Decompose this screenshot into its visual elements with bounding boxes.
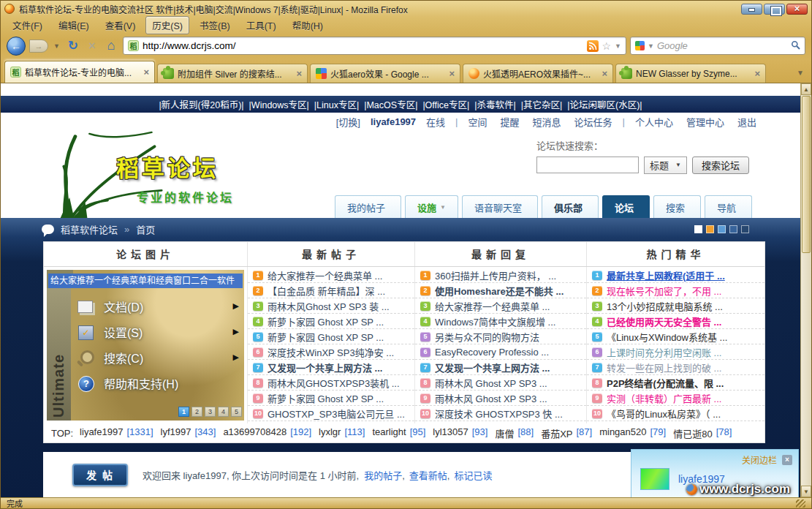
reply-list-item[interactable]: 6 EasyRecovery Professio ... <box>415 344 586 360</box>
browser-tab[interactable]: NEW Glasser by Szyme... × <box>615 64 766 83</box>
userbar-link[interactable]: 退出 <box>737 115 756 129</box>
welcome-link[interactable]: 查看新帖 <box>409 468 450 482</box>
tab-close-icon[interactable]: × <box>602 69 607 78</box>
minimize-button[interactable] <box>741 4 762 15</box>
tab-close-icon[interactable]: × <box>449 69 455 78</box>
digest-list-item[interactable]: 6 上课时间充分利用空闲账 ... <box>587 344 764 360</box>
post-list-item[interactable]: 1 给大家推荐一个经典菜单 ... <box>248 268 414 283</box>
userbar-link[interactable]: 短消息 <box>533 115 561 129</box>
reply-list-item[interactable]: 5 另类与众不同的购物方法 <box>415 329 586 344</box>
maximize-button[interactable] <box>764 4 785 15</box>
image-pager-dot[interactable]: 2 <box>191 407 202 417</box>
userbar-link[interactable]: 空间 <box>468 115 487 129</box>
menu-item[interactable]: 工具(T) <box>240 17 282 34</box>
home-button[interactable]: ⌂ <box>103 38 119 53</box>
topnav-link[interactable]: |Windows专区| <box>249 97 309 111</box>
username-link[interactable]: liyafe1997 <box>371 116 416 127</box>
userbar-link[interactable]: 提醒 <box>501 115 520 129</box>
post-list-item[interactable]: 7 又发现一个共享上网方法 ... <box>248 360 414 375</box>
forum-nav-tab[interactable]: 语音聊天室 <box>462 195 538 218</box>
forum-nav-tab[interactable]: 俱乐部 <box>542 195 599 218</box>
tab-close-icon[interactable]: × <box>754 69 760 78</box>
close-sidebar-label[interactable]: 关闭边栏 <box>742 453 777 466</box>
switch-user-link[interactable]: [切换] <box>336 115 360 129</box>
post-list-item[interactable]: 8 雨林木风GHOSTXPSP3装机 ... <box>248 375 414 391</box>
browser-tab[interactable]: 火狐透明AERO效果插件~... × <box>463 64 613 83</box>
menu-item[interactable]: 编辑(E) <box>53 17 95 34</box>
userbar-link[interactable]: 管理中心 <box>686 115 724 129</box>
forum-nav-tab[interactable]: 导航 <box>705 195 752 218</box>
top-poster[interactable]: lyl13057 [93] <box>433 426 487 440</box>
search-magnifier-icon[interactable] <box>791 40 800 52</box>
post-list-item[interactable]: 3 雨林木风Ghost XP SP3 装 ... <box>248 298 414 314</box>
reply-list-item[interactable]: 10 深度技术 GHOSTXPSP3 快 ... <box>415 406 586 421</box>
topnav-link[interactable]: |Linux专区| <box>314 97 359 111</box>
forum-image[interactable]: Ultimate 给大家推荐一个经典菜单和经典窗口二合一软件 文档(D) <box>47 270 244 421</box>
reply-list-item[interactable]: 9 雨林木风 Ghost XP SP3 ... <box>415 391 586 406</box>
top-poster[interactable]: 情已逝80 [78] <box>673 426 732 440</box>
top-poster[interactable]: 唐僧 [88] <box>495 426 534 440</box>
digest-list-item[interactable]: 5 《Linux与XWindow系统基 ... <box>587 329 764 344</box>
reply-list-item[interactable]: 2 使用Homeshare还是不能共 ... <box>415 283 586 298</box>
menu-item[interactable]: 帮助(H) <box>287 17 329 34</box>
topnav-link[interactable]: |杀毒软件| <box>474 97 516 111</box>
image-caption[interactable]: 给大家推荐一个经典菜单和经典窗口二合一软件 <box>48 274 243 288</box>
forum-nav-tab[interactable]: 论坛 <box>602 195 650 218</box>
page-scrollbar[interactable] <box>800 83 811 497</box>
reply-list-item[interactable]: 8 雨林木风 Ghost XP SP3 ... <box>415 375 586 391</box>
welcome-link[interactable]: 我的帖子 <box>364 468 405 482</box>
browser-tab[interactable]: 火狐aero效果 - Google ... × <box>310 64 460 83</box>
post-list-item[interactable]: 5 新萝卜家园 Ghost XP SP ... <box>248 329 414 344</box>
close-sidebar-button[interactable]: × <box>782 455 792 465</box>
url-input[interactable] <box>143 40 583 51</box>
site-logo[interactable]: 稻草论坛 专业的软件论坛 <box>43 131 277 223</box>
scrollbar-thumb[interactable] <box>802 96 811 253</box>
resize-grip[interactable] <box>796 499 805 508</box>
forward-button[interactable] <box>29 39 48 53</box>
avatar[interactable] <box>640 468 669 490</box>
welcome-link[interactable]: 标记已读 <box>454 468 492 482</box>
topnav-link[interactable]: |新人报到(得20稻币)| <box>159 97 243 111</box>
top-poster[interactable]: mingan520 [79] <box>599 426 666 440</box>
search-scope-select[interactable]: 标题 ▼ <box>644 157 687 174</box>
search-forum-button[interactable]: 搜索论坛 <box>692 157 749 174</box>
digest-list-item[interactable]: 8 P2P终结者(分配流量、限 ... <box>587 375 764 391</box>
quick-search-input[interactable] <box>536 157 639 173</box>
topnav-link[interactable]: |其它杂区| <box>521 97 563 111</box>
top-poster[interactable]: a13699708428 [192] <box>223 426 311 440</box>
image-pager-dot[interactable]: 3 <box>205 407 216 417</box>
digest-list-item[interactable]: 1 最新共享上网教程(适用于 ... <box>587 268 764 283</box>
refresh-button[interactable] <box>65 38 81 53</box>
search-engine-dropdown-icon[interactable]: ▼ <box>648 42 654 50</box>
browser-tab[interactable]: 附加组件 Silver 的搜索结... × <box>157 64 308 83</box>
breadcrumb-site[interactable]: 稻草软件论坛 <box>61 222 118 236</box>
menu-item[interactable]: 文件(F) <box>7 17 48 34</box>
forum-nav-tab[interactable]: 搜索 <box>653 195 701 218</box>
web-search-input[interactable] <box>657 40 788 51</box>
forum-nav-tab[interactable]: 我的帖子 <box>335 195 401 218</box>
digest-list-item[interactable]: 9 实测（非转载）广西最新 ... <box>587 391 764 406</box>
new-post-button[interactable]: 发 帖 <box>72 464 128 486</box>
tab-close-icon[interactable]: × <box>143 67 149 77</box>
theme-color-square[interactable] <box>741 225 749 233</box>
digest-list-item[interactable]: 7 转发一些在网上找到的破 ... <box>587 360 764 375</box>
browser-tab[interactable]: 稻草软件论坛-专业的电脑... × <box>4 61 155 83</box>
image-pager-dot[interactable]: 4 <box>218 407 229 417</box>
post-list-item[interactable]: 6 深度技术WinXP SP3纯净安 ... <box>248 344 414 360</box>
bookmark-star-icon[interactable]: ☆ <box>602 41 612 51</box>
topnav-link[interactable]: |MacOS专区| <box>364 97 417 111</box>
top-poster[interactable]: tearlight [95] <box>372 426 425 440</box>
theme-color-square[interactable] <box>706 225 714 233</box>
menu-item[interactable]: 查看(V) <box>99 17 142 34</box>
tab-close-icon[interactable]: × <box>296 69 302 78</box>
scroll-down-button[interactable] <box>801 486 811 497</box>
post-list-item[interactable]: 10 GHOSTXP_SP3电脑公司元旦 ... <box>248 406 414 421</box>
digest-list-item[interactable]: 2 现在帐号不加密了，不用 ... <box>587 283 764 298</box>
reply-list-item[interactable]: 4 Windows7简体中文旗舰增 ... <box>415 314 586 329</box>
back-button[interactable] <box>7 37 26 56</box>
theme-color-square[interactable] <box>729 225 737 233</box>
history-dropdown-icon[interactable]: ▼ <box>52 42 61 50</box>
reply-list-item[interactable]: 1 360扫描并上传用户资料， ... <box>415 268 586 283</box>
post-list-item[interactable]: 2 【白金品质 新年精品】深 ... <box>248 283 414 298</box>
post-list-item[interactable]: 9 新萝卜家园 Ghost XP SP ... <box>248 391 414 406</box>
